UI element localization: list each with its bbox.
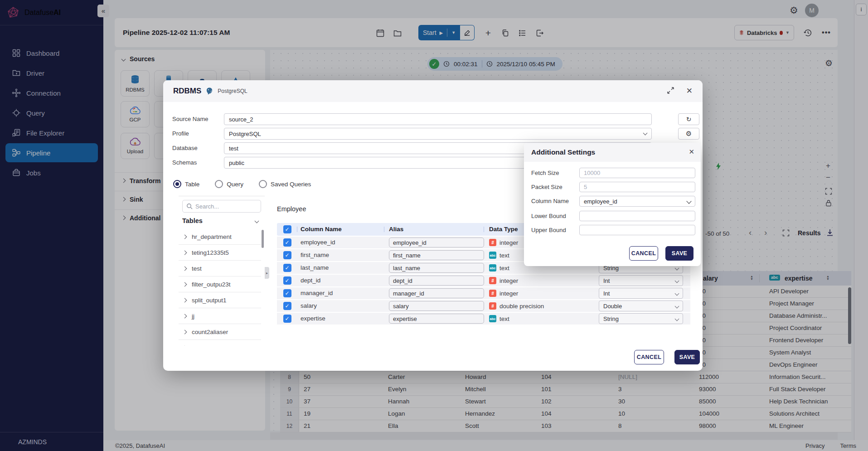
data-type-text: text xyxy=(499,315,509,322)
data-type-cell: integer xyxy=(489,237,518,248)
profile-label: Profile xyxy=(172,128,189,140)
refresh-button[interactable]: ↻ xyxy=(678,113,699,125)
column-row: manager_id integer Int xyxy=(277,287,690,299)
schemas-label: Schemas xyxy=(172,157,197,169)
target-type-select[interactable]: String xyxy=(599,313,683,324)
popover-header: Additional Settings xyxy=(524,143,701,162)
data-type-cell: text xyxy=(489,313,509,325)
chevron-down-icon xyxy=(675,266,679,270)
alias-input[interactable] xyxy=(389,288,484,298)
postgresql-icon xyxy=(205,87,213,95)
radio-table[interactable]: Table xyxy=(173,180,199,188)
chevron-right-icon xyxy=(183,345,187,346)
table-name: teting12335t5 xyxy=(192,249,229,256)
alias-input[interactable] xyxy=(389,276,484,286)
column-checkbox[interactable] xyxy=(283,251,291,261)
modal-save-button[interactable]: SAVE xyxy=(674,350,700,364)
packet-size-label: Packet Size xyxy=(531,182,563,192)
target-type-select[interactable]: Int xyxy=(599,288,683,299)
source-mode-radio-group: Table Query Saved Queries xyxy=(173,180,311,188)
column-checkbox[interactable] xyxy=(283,302,291,312)
column-row: dept_id integer Int xyxy=(277,275,690,286)
column-name: salary xyxy=(301,300,317,312)
data-type-text: integer xyxy=(499,277,518,284)
column-name: expertise xyxy=(301,313,325,325)
upper-bound-input[interactable] xyxy=(579,225,695,235)
table-list-item[interactable]: jj xyxy=(179,308,261,324)
chevron-right-icon xyxy=(183,250,187,255)
table-list-item[interactable]: filter_outpu23t xyxy=(179,276,261,292)
additional-settings-popover: Additional Settings ✕ Fetch Size Packet … xyxy=(524,143,701,266)
column-name-select[interactable]: employee_id xyxy=(579,196,695,207)
column-row: expertise text String xyxy=(277,313,690,325)
alias-input[interactable] xyxy=(389,238,484,247)
data-type-icon xyxy=(489,302,496,310)
chevron-right-icon xyxy=(183,330,187,334)
column-checkbox[interactable] xyxy=(283,264,291,274)
radio-saved-queries[interactable]: Saved Queries xyxy=(259,180,311,188)
table-search[interactable] xyxy=(182,200,261,213)
radio-query[interactable]: Query xyxy=(215,180,243,188)
chevron-down-icon xyxy=(675,291,679,296)
column-name: first_name xyxy=(301,249,329,261)
column-name-label: Column Name xyxy=(531,196,569,206)
chevron-right-icon xyxy=(183,234,187,239)
settings-cancel-button[interactable]: CANCEL xyxy=(629,246,658,261)
column-checkbox[interactable] xyxy=(283,276,291,286)
tables-list-scrollbar[interactable] xyxy=(262,230,264,248)
data-type-icon xyxy=(489,264,496,272)
alias-input[interactable] xyxy=(389,314,484,324)
table-list-item[interactable]: split_output1 xyxy=(179,292,261,308)
data-type-cell: text xyxy=(489,262,509,274)
expand-modal-icon[interactable] xyxy=(667,87,674,97)
popover-title: Additional Settings xyxy=(531,148,595,156)
data-type-cell: text xyxy=(489,249,509,261)
table-search-input[interactable] xyxy=(195,203,250,210)
modal-cancel-button[interactable]: CANCEL xyxy=(634,350,664,364)
column-row: salary double precision Double xyxy=(277,300,690,312)
settings-save-button[interactable]: SAVE xyxy=(665,246,693,261)
table-name: tbl_102 xyxy=(192,344,212,346)
table-list-item[interactable]: tbl_102 xyxy=(179,340,261,346)
data-type-header: Data Type xyxy=(489,223,518,236)
radio-icon xyxy=(259,180,267,188)
alias-input[interactable] xyxy=(389,263,484,273)
tables-group-toggle[interactable]: Tables xyxy=(182,217,261,224)
table-name: count2aliaser xyxy=(192,329,228,335)
panel-resize-handle[interactable]: ▸ xyxy=(265,267,269,279)
modal-title: RDBMS xyxy=(173,87,201,96)
source-name-input[interactable] xyxy=(224,113,652,125)
table-list-item[interactable]: count2aliaser xyxy=(179,324,261,340)
chevron-down-icon xyxy=(675,316,679,321)
chevron-right-icon xyxy=(183,266,187,271)
column-checkbox[interactable] xyxy=(283,238,291,248)
target-type-select[interactable]: Double xyxy=(599,301,683,311)
lower-bound-input[interactable] xyxy=(579,211,695,221)
fetch-size-input[interactable] xyxy=(579,168,695,178)
target-type-select[interactable]: Int xyxy=(599,275,683,286)
select-all-checkbox[interactable] xyxy=(283,225,291,235)
table-list-item[interactable]: hr_department xyxy=(179,229,261,245)
profile-select[interactable] xyxy=(224,128,652,140)
data-type-cell: integer xyxy=(489,275,518,286)
table-list-item[interactable]: teting12335t5 xyxy=(179,245,261,261)
alias-input[interactable] xyxy=(389,250,484,260)
profile-settings-gear-button[interactable]: ⚙ xyxy=(678,128,699,140)
data-type-icon xyxy=(489,315,496,322)
column-checkbox[interactable] xyxy=(283,289,291,299)
column-checkbox[interactable] xyxy=(283,315,291,325)
radio-icon xyxy=(215,180,223,188)
table-list-item[interactable]: test xyxy=(179,261,261,276)
close-popover-icon[interactable]: ✕ xyxy=(689,148,694,156)
column-name: last_name xyxy=(301,262,329,274)
chevron-right-icon xyxy=(183,298,187,302)
column-name: employee_id xyxy=(301,237,335,248)
chevron-down-icon xyxy=(255,218,259,223)
search-icon xyxy=(186,203,193,209)
data-type-text: integer xyxy=(499,239,518,246)
data-type-icon xyxy=(489,290,496,297)
close-modal-icon[interactable]: ✕ xyxy=(686,87,693,96)
packet-size-input[interactable] xyxy=(579,182,695,192)
alias-input[interactable] xyxy=(389,301,484,311)
fetch-size-label: Fetch Size xyxy=(531,168,559,178)
